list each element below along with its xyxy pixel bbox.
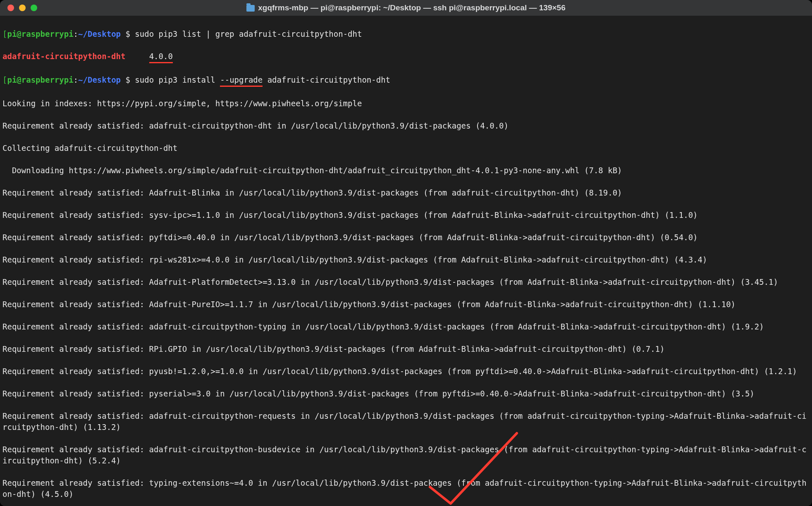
output-line: Requirement already satisfied: pyftdi>=0…	[2, 232, 810, 243]
titlebar[interactable]: xgqfrms-mbp — pi@raspberrypi: ~/Desktop …	[0, 0, 812, 16]
output-line: Requirement already satisfied: adafruit-…	[2, 411, 810, 433]
terminal-body[interactable]: [pi@raspberrypi:~/Desktop $ sudo pip3 li…	[0, 16, 812, 506]
traffic-lights	[7, 5, 37, 11]
folder-icon	[246, 5, 255, 12]
zoom-button[interactable]	[31, 5, 37, 11]
output-line: Requirement already satisfied: adafruit-…	[2, 321, 810, 332]
checkmark-annotation-icon	[422, 429, 529, 506]
prompt-line-2: [pi@raspberrypi:~/Desktop $ sudo pip3 in…	[2, 74, 810, 87]
output-line: Requirement already satisfied: Adafruit-…	[2, 187, 810, 198]
output-line: Requirement already satisfied: pyusb!=1.…	[2, 366, 810, 377]
output-line: Requirement already satisfied: adafruit-…	[2, 120, 810, 131]
upgrade-flag: --upgrade	[220, 74, 263, 87]
output-line: Requirement already satisfied: sysv-ipc>…	[2, 210, 810, 221]
output-line: Downloading https://www.piwheels.org/sim…	[2, 165, 810, 176]
output-pkg-old: adafruit-circuitpython-dht 4.0.0	[2, 51, 810, 63]
output-line: Requirement already satisfied: rpi-ws281…	[2, 254, 810, 265]
output-line: Looking in indexes: https://pypi.org/sim…	[2, 98, 810, 109]
output-line: Requirement already satisfied: Adafruit-…	[2, 299, 810, 310]
close-button[interactable]	[7, 5, 14, 11]
output-line: Requirement already satisfied: adafruit-…	[2, 444, 810, 466]
prompt-line-1: [pi@raspberrypi:~/Desktop $ sudo pip3 li…	[2, 29, 810, 40]
old-version-number: 4.0.0	[149, 51, 173, 63]
output-line: Collecting adafruit-circuitpython-dht	[2, 143, 810, 154]
command-1: sudo pip3 list | grep adafruit-circuitpy…	[135, 29, 362, 38]
window-title: xgqfrms-mbp — pi@raspberrypi: ~/Desktop …	[0, 3, 812, 12]
output-line: Requirement already satisfied: Adafruit-…	[2, 277, 810, 288]
terminal-window: xgqfrms-mbp — pi@raspberrypi: ~/Desktop …	[0, 0, 812, 506]
minimize-button[interactable]	[19, 5, 26, 11]
output-line: Requirement already satisfied: RPi.GPIO …	[2, 344, 810, 355]
output-line: Requirement already satisfied: typing-ex…	[2, 477, 810, 500]
output-line: Requirement already satisfied: pyserial>…	[2, 388, 810, 399]
window-title-text: xgqfrms-mbp — pi@raspberrypi: ~/Desktop …	[258, 3, 565, 12]
